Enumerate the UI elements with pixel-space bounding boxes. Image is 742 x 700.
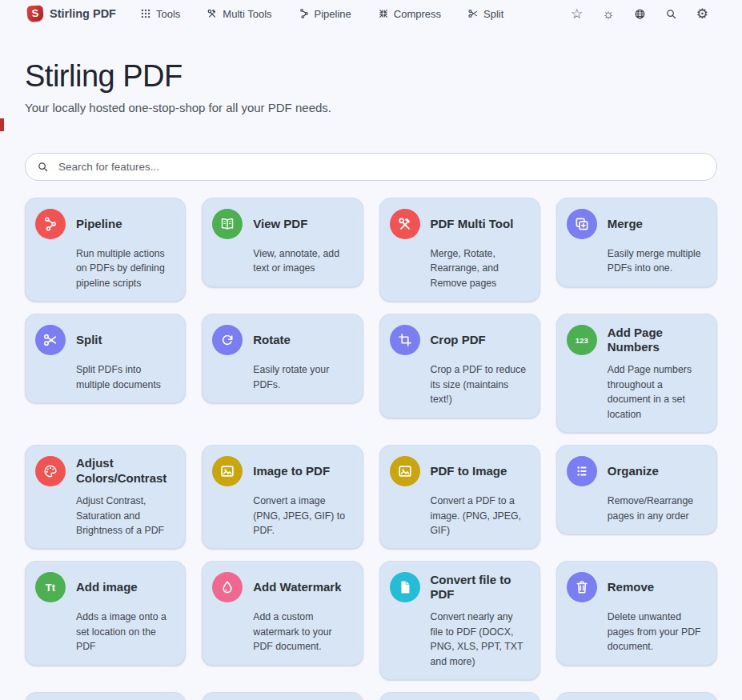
card-header: TtAdd image bbox=[35, 572, 174, 602]
card-description: Merge, Rotate, Rearrange, and Remove pag… bbox=[431, 246, 528, 290]
search-icon bbox=[37, 161, 49, 173]
one-two-three-icon: 123 bbox=[576, 337, 588, 345]
search-input[interactable] bbox=[57, 160, 712, 174]
tool-card-convert-file-to-pdf[interactable]: Convert file to PDFConvert nearly any fi… bbox=[379, 561, 540, 680]
card-header: Merge bbox=[567, 209, 705, 239]
icon-circle bbox=[35, 325, 66, 355]
crop-icon bbox=[397, 332, 413, 348]
tool-card-split[interactable]: SplitSplit PDFs into multiple documents bbox=[25, 314, 186, 403]
tool-card-image-to-pdf[interactable]: Image to PDFConvert a image (PNG, JPEG, … bbox=[202, 445, 363, 549]
card-header: Pipeline bbox=[35, 209, 174, 239]
nav-item-multi-tools[interactable]: Multi Tools bbox=[207, 8, 271, 20]
icon-circle bbox=[35, 456, 66, 486]
pipeline-icon bbox=[42, 216, 58, 232]
card-header: Crop PDF bbox=[390, 325, 528, 355]
icon-circle bbox=[567, 572, 597, 602]
search-icon[interactable] bbox=[665, 8, 677, 20]
card-description: Adjust Contrast, Saturation and Brightne… bbox=[76, 494, 174, 538]
tool-card-add-password[interactable]: Add PasswordEncrypt your PDF document wi… bbox=[25, 692, 186, 700]
droplet-icon bbox=[219, 579, 235, 595]
card-description: Convert nearly any file to PDF (DOCX, PN… bbox=[431, 610, 528, 669]
card-description: Add Page numbers throughout a document i… bbox=[608, 362, 705, 422]
image-icon bbox=[397, 463, 413, 479]
star-icon[interactable]: ☆ bbox=[571, 7, 583, 21]
icon-circle bbox=[212, 456, 243, 486]
card-title: PDF Multi Tool bbox=[431, 217, 514, 232]
icon-circle bbox=[35, 209, 66, 239]
list-icon bbox=[574, 463, 590, 479]
top-navbar: S Stirling PDF ToolsMulti ToolsPipelineC… bbox=[0, 0, 742, 27]
tool-card-merge[interactable]: MergeEasily merge multiple PDFs into one… bbox=[556, 198, 717, 287]
page-subtitle: Your locally hosted one-stop-shop for al… bbox=[25, 101, 717, 114]
tool-card-change-metadata[interactable]: Change MetadataChange/Remove/Add metadat… bbox=[556, 692, 717, 700]
tool-card-remove-password[interactable]: Remove PasswordRemove password protectio… bbox=[202, 692, 363, 700]
card-title: Convert file to PDF bbox=[431, 573, 528, 603]
card-header: Remove bbox=[567, 572, 705, 602]
tool-card-pipeline[interactable]: PipelineRun multiple actions on PDFs by … bbox=[25, 198, 186, 302]
card-description: Run multiple actions on PDFs by defining… bbox=[76, 246, 174, 290]
tool-card-remove[interactable]: RemoveDelete unwanted pages from your PD… bbox=[556, 561, 717, 665]
tool-card-grid: PipelineRun multiple actions on PDFs by … bbox=[25, 198, 717, 700]
card-description: Split PDFs into multiple documents bbox=[76, 362, 174, 392]
icon-circle bbox=[567, 209, 597, 239]
card-title: Add image bbox=[76, 580, 138, 595]
card-title: Add Page Numbers bbox=[608, 326, 705, 356]
nav-item-split[interactable]: Split bbox=[467, 8, 503, 20]
icon-circle bbox=[212, 325, 243, 355]
card-header: Convert file to PDF bbox=[390, 572, 528, 602]
card-title: Crop PDF bbox=[431, 333, 486, 348]
merge-icon bbox=[574, 216, 590, 232]
left-edge-red-marker bbox=[0, 118, 4, 131]
tool-card-rotate[interactable]: RotateEasily rotate your PDFs. bbox=[202, 314, 363, 403]
tools-icon bbox=[397, 216, 413, 232]
brightness-icon[interactable]: ☼ bbox=[602, 7, 615, 21]
brand-home-link[interactable]: S Stirling PDF bbox=[27, 6, 116, 22]
card-header: Image to PDF bbox=[212, 456, 351, 486]
text-icon: Tt bbox=[46, 582, 55, 593]
card-description: Add a custom watermark to your PDF docum… bbox=[253, 610, 351, 654]
nav-item-label: Tools bbox=[156, 8, 180, 20]
tool-card-add-page-numbers[interactable]: 123Add Page NumbersAdd Page numbers thro… bbox=[556, 314, 717, 433]
icon-circle bbox=[212, 572, 243, 602]
card-title: Image to PDF bbox=[253, 464, 330, 479]
tool-card-adjust-colors-contrast[interactable]: Adjust Colors/ContrastAdjust Contrast, S… bbox=[25, 445, 186, 549]
card-title: View PDF bbox=[253, 217, 307, 232]
card-header: Split bbox=[35, 325, 174, 355]
tool-card-pdf-to-image[interactable]: PDF to ImageConvert a PDF to a image. (P… bbox=[379, 445, 540, 549]
icon-circle bbox=[567, 456, 597, 486]
card-header: View PDF bbox=[212, 209, 351, 239]
card-header: Add Watermark bbox=[212, 572, 351, 602]
card-title: Pipeline bbox=[76, 217, 122, 232]
card-description: Adds a image onto a set location on the … bbox=[76, 610, 174, 654]
icon-circle bbox=[390, 572, 420, 602]
tool-card-organize[interactable]: OrganizeRemove/Rearrange pages in any or… bbox=[556, 445, 717, 534]
card-description: Easily rotate your PDFs. bbox=[253, 362, 351, 392]
card-title: Adjust Colors/Contrast bbox=[76, 456, 174, 486]
tools-icon bbox=[207, 8, 218, 19]
feature-search-bar[interactable] bbox=[25, 153, 717, 181]
settings-icon[interactable]: ⚙ bbox=[696, 7, 708, 21]
tool-card-pdf-multi-tool[interactable]: PDF Multi ToolMerge, Rotate, Rearrange, … bbox=[379, 198, 540, 302]
nav-item-pipeline[interactable]: Pipeline bbox=[299, 8, 351, 20]
tool-card-crop-pdf[interactable]: Crop PDFCrop a PDF to reduce its size (m… bbox=[379, 314, 540, 418]
tool-card-add-image[interactable]: TtAdd imageAdds a image onto a set locat… bbox=[25, 561, 186, 665]
card-title: Remove bbox=[608, 580, 654, 595]
card-header: Adjust Colors/Contrast bbox=[35, 456, 174, 486]
icon-circle: Tt bbox=[35, 572, 66, 602]
main-content: Stirling PDF Your locally hosted one-sto… bbox=[0, 59, 742, 700]
page-title: Stirling PDF bbox=[25, 59, 717, 94]
globe-icon[interactable] bbox=[634, 8, 646, 20]
tool-card-view-pdf[interactable]: View PDFView, annotate, add text or imag… bbox=[202, 198, 363, 287]
tool-card-compress[interactable]: CompressCompress PDFs to reduce their fi… bbox=[379, 692, 540, 700]
icon-circle bbox=[212, 209, 243, 239]
nav-item-tools[interactable]: Tools bbox=[140, 8, 180, 20]
card-header: Rotate bbox=[212, 325, 351, 355]
nav-item-compress[interactable]: Compress bbox=[378, 8, 441, 20]
card-description: Crop a PDF to reduce its size (maintains… bbox=[431, 362, 528, 406]
tool-card-add-watermark[interactable]: Add WatermarkAdd a custom watermark to y… bbox=[202, 561, 363, 665]
card-title: Split bbox=[76, 333, 102, 348]
card-description: Convert a image (PNG, JPEG, GIF) to PDF. bbox=[253, 494, 351, 538]
image-icon bbox=[219, 463, 235, 479]
card-title: PDF to Image bbox=[431, 464, 507, 479]
card-description: Convert a PDF to a image. (PNG, JPEG, GI… bbox=[431, 494, 528, 538]
